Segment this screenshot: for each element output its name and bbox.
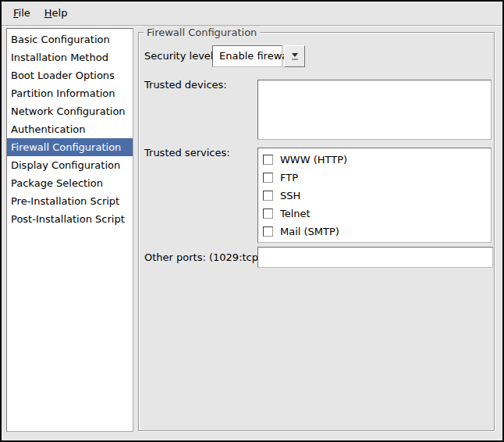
security-level-combo-button[interactable] bbox=[284, 45, 305, 67]
sidebar-item-post-installation-script[interactable]: Post-Installation Script bbox=[7, 210, 133, 228]
checkbox-telnet[interactable] bbox=[263, 209, 273, 219]
service-row-ssh[interactable]: SSH bbox=[263, 187, 491, 205]
sidebar-item-display-configuration[interactable]: Display Configuration bbox=[7, 156, 133, 174]
checkbox-ftp[interactable] bbox=[263, 173, 273, 183]
firewall-configuration-frame: Firewall Configuration Security level: E… bbox=[138, 32, 495, 431]
other-ports-input[interactable] bbox=[257, 247, 493, 268]
sidebar-item-package-selection[interactable]: Package Selection bbox=[7, 174, 133, 192]
service-label: Mail (SMTP) bbox=[280, 223, 339, 241]
checkbox-www-http[interactable] bbox=[263, 155, 273, 165]
sidebar-item-partition-information[interactable]: Partition Information bbox=[7, 84, 133, 102]
sidebar-item-boot-loader-options[interactable]: Boot Loader Options bbox=[7, 66, 133, 84]
sidebar-item-pre-installation-script[interactable]: Pre-Installation Script bbox=[7, 192, 133, 210]
service-row-mail-smtp[interactable]: Mail (SMTP) bbox=[263, 223, 491, 241]
service-label: WWW (HTTP) bbox=[280, 151, 347, 169]
sidebar-item-installation-method[interactable]: Installation Method bbox=[7, 48, 133, 66]
service-label: FTP bbox=[280, 169, 298, 187]
menu-help[interactable]: Help bbox=[37, 2, 75, 25]
trusted-services-label: Trusted services: bbox=[144, 147, 230, 159]
service-label: Telnet bbox=[280, 205, 311, 223]
security-level-combo-value[interactable]: Enable firewall bbox=[212, 45, 282, 67]
sidebar-item-network-configuration[interactable]: Network Configuration bbox=[7, 102, 133, 120]
other-ports-label: Other ports: (1029:tcp) bbox=[144, 247, 262, 268]
service-row-www-http[interactable]: WWW (HTTP) bbox=[263, 151, 491, 169]
section-list[interactable]: Basic Configuration Installation Method … bbox=[6, 28, 133, 432]
menu-file[interactable]: File bbox=[6, 2, 37, 25]
trusted-devices-list[interactable] bbox=[257, 80, 492, 140]
menu-bar: File Help bbox=[2, 2, 504, 26]
sidebar-item-basic-configuration[interactable]: Basic Configuration bbox=[7, 30, 133, 48]
service-label: SSH bbox=[280, 187, 300, 205]
trusted-devices-label: Trusted devices: bbox=[144, 79, 227, 91]
service-row-telnet[interactable]: Telnet bbox=[263, 205, 491, 223]
service-row-ftp[interactable]: FTP bbox=[263, 169, 491, 187]
chevron-down-icon bbox=[292, 53, 298, 57]
sidebar-item-authentication[interactable]: Authentication bbox=[7, 120, 133, 138]
chevron-down-icon-bar bbox=[292, 59, 298, 60]
trusted-services-list[interactable]: WWW (HTTP) FTP SSH Telnet Mail (SMTP) bbox=[257, 148, 492, 243]
security-level-label: Security level: bbox=[144, 45, 217, 67]
sidebar-item-firewall-configuration[interactable]: Firewall Configuration bbox=[7, 138, 133, 156]
kickstart-configurator-window: File Help Basic Configuration Installati… bbox=[0, 0, 504, 442]
checkbox-ssh[interactable] bbox=[263, 191, 273, 201]
frame-title: Firewall Configuration bbox=[144, 26, 260, 39]
checkbox-mail-smtp[interactable] bbox=[263, 226, 273, 237]
